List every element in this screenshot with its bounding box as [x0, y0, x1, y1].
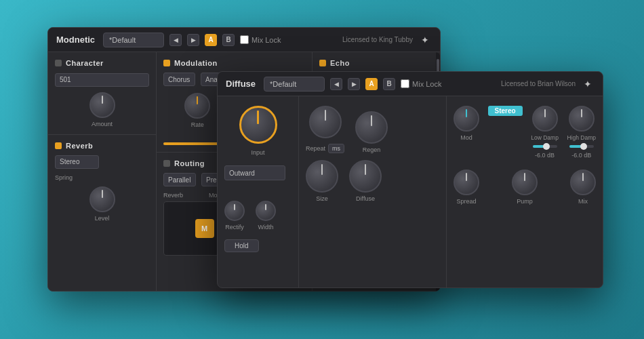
routing-node-m[interactable]: M: [195, 219, 214, 238]
diffuse-hold-btn-container: Hold: [224, 239, 291, 252]
diffuse-low-damp-db: -6.0 dB: [535, 152, 555, 159]
character-amount-label: Amount: [92, 121, 113, 127]
modnetic-b-btn[interactable]: B: [222, 34, 235, 46]
diffuse-mix-lock: Mix Lock: [401, 79, 441, 88]
diffuse-left-panel: Input Outward Rectify Width Hold: [218, 96, 299, 287]
diffuse-b-btn[interactable]: B: [383, 78, 395, 90]
low-damp-thumb[interactable]: [543, 143, 550, 150]
diffuse-bottom-row: Spread Pump Mix: [454, 170, 596, 205]
diffuse-top-row: Mod Stereo Low Damp -6.0 dB: [454, 106, 596, 159]
character-amount-knob[interactable]: [89, 92, 115, 118]
reverb-title: Reverb: [66, 142, 93, 150]
diffuse-diffuse-knob[interactable]: [349, 160, 382, 193]
diffuse-regen-label: Regen: [363, 146, 381, 153]
routing-reverb-label: Reverb: [163, 192, 183, 199]
modulation-rate-label: Rate: [191, 121, 204, 128]
character-preset-dropdown[interactable]: 501: [55, 73, 149, 87]
modulation-type-dropdown[interactable]: Chorus: [163, 73, 195, 86]
modulation-title: Modulation: [174, 59, 218, 67]
reverb-dot: [55, 142, 62, 149]
diffuse-rectify-width-row: Rectify Width: [224, 201, 291, 231]
diffuse-mix-lock-checkbox[interactable]: [401, 79, 409, 88]
diffuse-diffuse-label: Diffuse: [356, 195, 375, 202]
diffuse-hold-btn[interactable]: Hold: [224, 239, 259, 252]
diffuse-outward-row: Outward: [224, 165, 291, 180]
reverb-section: Reverb Stereo Spring Level: [48, 135, 156, 228]
diffuse-logo-icon[interactable]: ✦: [581, 77, 595, 91]
character-section: Character 501 Amount: [48, 52, 156, 135]
character-dot: [55, 60, 62, 66]
diffuse-input-col: Input: [224, 106, 291, 156]
diffuse-licensed: Licensed to Brian Wilson: [501, 80, 576, 87]
modulation-dot: [163, 60, 170, 66]
reverb-level-knob[interactable]: [89, 186, 115, 212]
diffuse-a-btn[interactable]: A: [365, 78, 378, 90]
diffuse-size-label: Size: [316, 195, 328, 202]
diffuse-spread-label: Spread: [456, 198, 476, 205]
routing-title: Routing: [174, 159, 205, 167]
reverb-level-col: Level: [55, 186, 149, 222]
diffuse-size-knob[interactable]: [306, 160, 338, 193]
diffuse-prev-btn[interactable]: ◀: [330, 78, 342, 90]
diffuse-title-bar: Diffuse *Default ◀ ▶ A B Mix Lock Licens…: [218, 72, 603, 96]
modnetic-next-btn[interactable]: ▶: [187, 34, 199, 46]
modnetic-title: Modnetic: [56, 35, 95, 45]
modnetic-title-bar: Modnetic *Default ◀ ▶ A B Mix Lock Licen…: [48, 28, 440, 52]
diffuse-regen-knob[interactable]: [355, 111, 388, 144]
diffuse-mod-label: Mod: [460, 134, 472, 141]
diffuse-spread-knob[interactable]: [454, 170, 479, 195]
modnetic-left-panel: Character 501 Amount Reverb Ste: [48, 52, 157, 291]
diffuse-high-damp-knob[interactable]: [569, 106, 595, 132]
reverb-mode-label: Spring: [55, 174, 149, 181]
diffuse-input-label: Input: [251, 149, 264, 156]
diffuse-mod-knob[interactable]: [454, 106, 479, 132]
modnetic-licensed: Licensed to King Tubby: [342, 36, 413, 43]
modnetic-mix-lock: Mix Lock: [240, 35, 281, 44]
high-damp-thumb[interactable]: [580, 143, 587, 150]
diffuse-stereo-btn[interactable]: Stereo: [488, 106, 523, 116]
diffuse-high-damp-label: High Damp: [567, 134, 596, 141]
modnetic-prev-btn[interactable]: ◀: [169, 34, 182, 46]
diffuse-title: Diffuse: [226, 79, 256, 89]
diffuse-pump-knob[interactable]: [512, 170, 538, 195]
diffuse-repeat-knob[interactable]: [309, 106, 342, 138]
diffuse-right-panel: Mod Stereo Low Damp -6.0 dB: [447, 96, 603, 287]
diffuse-window: Diffuse *Default ◀ ▶ A B Mix Lock Licens…: [217, 71, 603, 288]
routing-type1-dropdown[interactable]: Parallel: [163, 173, 196, 186]
low-damp-slider[interactable]: [533, 145, 557, 148]
routing-dot: [163, 160, 170, 167]
diffuse-ms-badge: ms: [328, 144, 344, 153]
diffuse-rectify-knob[interactable]: [224, 201, 245, 221]
diffuse-low-damp-knob[interactable]: [532, 106, 558, 132]
diffuse-width-label: Width: [258, 224, 273, 231]
diffuse-mix-label: Mix: [578, 198, 588, 205]
reverb-type-dropdown[interactable]: Stereo: [55, 155, 99, 169]
diffuse-center-panel: Repeat ms Regen Size Diffuse: [299, 96, 447, 287]
echo-dot: [319, 60, 326, 66]
diffuse-high-damp-db: -6.0 dB: [571, 152, 591, 159]
diffuse-preset-dropdown[interactable]: *Default: [264, 77, 325, 92]
modnetic-a-btn[interactable]: A: [205, 34, 217, 46]
amount-knob-col: Amount: [55, 92, 149, 127]
diffuse-repeat-label: Repeat: [306, 145, 325, 152]
modnetic-logo-icon[interactable]: ✦: [418, 33, 432, 47]
diffuse-mix-knob[interactable]: [570, 170, 596, 195]
diffuse-content: Input Outward Rectify Width Hold: [218, 96, 603, 287]
diffuse-low-damp-label: Low Damp: [531, 134, 559, 141]
diffuse-outward-dropdown[interactable]: Outward: [224, 165, 285, 180]
echo-title: Echo: [330, 59, 350, 67]
diffuse-input-knob[interactable]: [239, 106, 277, 144]
modnetic-mix-lock-checkbox[interactable]: [240, 35, 249, 44]
character-title: Character: [66, 59, 104, 67]
diffuse-size-row: Size Diffuse: [306, 160, 439, 202]
modnetic-preset-dropdown[interactable]: *Default: [103, 33, 164, 47]
diffuse-rectify-label: Rectify: [225, 224, 244, 231]
high-damp-slider[interactable]: [569, 145, 594, 148]
diffuse-next-btn[interactable]: ▶: [348, 78, 360, 90]
modulation-rate-knob[interactable]: [184, 93, 210, 119]
reverb-level-label: Level: [95, 215, 110, 222]
diffuse-repeat-row: Repeat ms Regen: [306, 106, 439, 153]
diffuse-width-knob[interactable]: [256, 201, 276, 221]
diffuse-pump-label: Pump: [517, 198, 533, 205]
